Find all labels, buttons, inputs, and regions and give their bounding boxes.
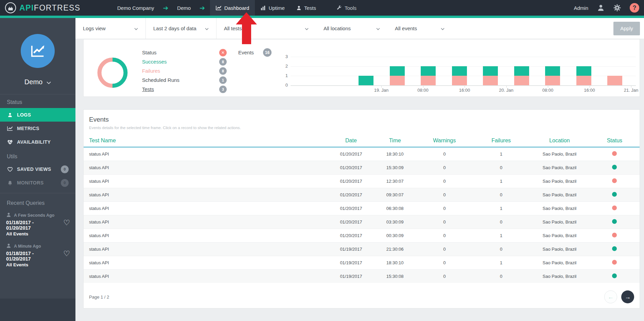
sidebar-item-label: SAVED VIEWS bbox=[17, 166, 51, 172]
y-axis-tick: 3 bbox=[282, 54, 288, 59]
cell-test-name: status API bbox=[84, 215, 328, 229]
favorite-heart-icon[interactable]: ♡ bbox=[63, 218, 70, 227]
recent-query-item[interactable]: A Minute Ago01/18/2017 - 01/20/2017All E… bbox=[0, 240, 75, 271]
nav-tools-menu[interactable]: Tools bbox=[336, 0, 356, 16]
status-dot-fail bbox=[612, 233, 617, 237]
apifortress-logo-icon bbox=[5, 2, 16, 14]
cell-failures: 0 bbox=[473, 161, 529, 175]
cell-time: 03:30:09 bbox=[374, 215, 416, 229]
breadcrumb-project[interactable]: Demo bbox=[177, 5, 191, 11]
recent-query-title: A Minute Ago bbox=[6, 243, 58, 249]
cell-time: 18:30:10 bbox=[374, 147, 416, 161]
breadcrumb-arrow-icon: ➔ bbox=[163, 4, 168, 12]
stacked-bar bbox=[359, 76, 373, 85]
nav-tab-label: Dashboard bbox=[224, 5, 249, 11]
events-select[interactable]: All events bbox=[387, 18, 452, 39]
gear-icon[interactable] bbox=[613, 4, 621, 12]
cell-time: 21:30:06 bbox=[374, 243, 416, 256]
stat-badge: 1 bbox=[219, 76, 227, 84]
favorite-heart-icon[interactable]: ♡ bbox=[63, 249, 70, 258]
events-panel-subtitle: Events details for the selected time fra… bbox=[89, 126, 634, 130]
sidebar-item-monitors[interactable]: MONITORS0 bbox=[0, 176, 75, 190]
events-table-header: Test NameDateTimeWarningsFailuresLocatio… bbox=[84, 134, 640, 147]
x-axis-tick-label: 16:00 bbox=[578, 88, 602, 93]
nav-tab-uptime[interactable]: Uptime bbox=[255, 0, 291, 16]
bar-segment-successes bbox=[545, 66, 560, 76]
previous-page-button[interactable]: ← bbox=[604, 290, 617, 303]
stat-badge-slot: ✕ bbox=[219, 48, 227, 57]
tests-select[interactable]: All tests bbox=[216, 18, 316, 39]
table-row[interactable]: status API01/20/201712:30:0701Sao Paolo,… bbox=[84, 175, 640, 188]
stacked-bar bbox=[576, 66, 591, 85]
status-dot-fail bbox=[612, 178, 617, 183]
breadcrumb: Demo Company ➔ Demo ➔ bbox=[117, 0, 205, 16]
table-row[interactable]: status API01/20/201718:30:1001Sao Paolo,… bbox=[84, 147, 640, 161]
stat-label-tests[interactable]: Tests bbox=[142, 85, 179, 94]
cell-test-name: status API bbox=[84, 270, 328, 283]
recent-query-item[interactable]: A Few Seconds Ago01/18/2017 - 01/20/2017… bbox=[0, 210, 75, 240]
table-row[interactable]: status API01/19/201721:30:0600Sao Paolo,… bbox=[84, 243, 640, 256]
cell-location: Sao Paolo, Brazil bbox=[529, 243, 590, 256]
view-select[interactable]: Logs view bbox=[75, 18, 146, 39]
table-row[interactable]: status API01/20/201703:30:0900Sao Paolo,… bbox=[84, 215, 640, 229]
stat-label-scheduled-runs: Scheduled Runs bbox=[142, 75, 179, 85]
bell-icon bbox=[7, 180, 13, 185]
stat-badge: 8 bbox=[219, 67, 227, 75]
cell-date: 01/20/2017 bbox=[328, 188, 374, 202]
x-axis-tick-label: 08:00 bbox=[411, 88, 435, 93]
cell-time: 15:30:08 bbox=[374, 270, 416, 283]
bar-segment-successes bbox=[359, 76, 373, 85]
cell-test-name: status API bbox=[84, 229, 328, 243]
cell-failures: 1 bbox=[473, 175, 529, 188]
cell-time: 06:30:08 bbox=[374, 202, 416, 215]
recent-queries-list: A Few Seconds Ago01/18/2017 - 01/20/2017… bbox=[0, 210, 75, 271]
tests-select-value: All tests bbox=[224, 25, 242, 31]
next-page-button[interactable]: → bbox=[621, 290, 634, 303]
cell-status bbox=[590, 243, 640, 256]
recent-query-range: 01/18/2017 - 01/20/2017 bbox=[6, 251, 58, 262]
stat-badge-slot: 3 bbox=[219, 85, 227, 94]
cell-location: Sao Paolo, Brazil bbox=[529, 215, 590, 229]
cell-failures: 0 bbox=[473, 215, 529, 229]
recent-queries-header: Recent Queries bbox=[0, 193, 75, 210]
apply-button[interactable]: Apply bbox=[613, 22, 640, 35]
cell-test-name: status API bbox=[84, 147, 328, 161]
cell-time: 18:30:10 bbox=[374, 256, 416, 270]
table-row[interactable]: status API01/20/201700:30:0901Sao Paolo,… bbox=[84, 229, 640, 243]
sidebar-item-logs[interactable]: LOGS bbox=[0, 108, 75, 122]
sidebar-item-metrics[interactable]: METRICS bbox=[0, 122, 75, 135]
cell-warnings: 0 bbox=[416, 215, 473, 229]
sidebar-item-availability[interactable]: AVAILABILITY bbox=[0, 135, 75, 149]
breadcrumb-company[interactable]: Demo Company bbox=[117, 5, 154, 11]
users-icon bbox=[296, 5, 301, 11]
app-logo[interactable]: APIFORTRESS bbox=[5, 0, 81, 16]
stat-label-failures: Failures bbox=[142, 66, 179, 75]
locations-select[interactable]: All locations bbox=[316, 18, 387, 39]
table-row[interactable]: status API01/19/201718:30:1001Sao Paolo,… bbox=[84, 256, 640, 270]
events-table: Test NameDateTimeWarningsFailuresLocatio… bbox=[84, 134, 640, 283]
sidebar-item-saved-views[interactable]: SAVED VIEWS0 bbox=[0, 162, 75, 176]
x-axis-tick-label: 21. Jan bbox=[619, 88, 643, 93]
user-avatar-icon[interactable] bbox=[597, 4, 605, 12]
cell-warnings: 0 bbox=[416, 229, 473, 243]
cell-warnings: 0 bbox=[416, 147, 473, 161]
table-row[interactable]: status API01/19/201715:30:0800Sao Paolo,… bbox=[84, 270, 640, 283]
events-bar-chart: 3210 19. Jan08:0016:0020. Jan08:0016:002… bbox=[282, 39, 636, 97]
project-avatar[interactable] bbox=[21, 34, 55, 68]
cell-status bbox=[590, 202, 640, 215]
cell-failures: 1 bbox=[473, 229, 529, 243]
date-range-select[interactable]: Last 2 days of data bbox=[146, 18, 216, 39]
table-row[interactable]: status API01/20/201715:30:0900Sao Paolo,… bbox=[84, 161, 640, 175]
sidebar-section-status: Status bbox=[0, 94, 75, 108]
nav-tab-tests[interactable]: Tests bbox=[291, 0, 322, 16]
help-icon[interactable]: ? bbox=[630, 3, 639, 13]
cell-location: Sao Paolo, Brazil bbox=[529, 256, 590, 270]
status-dot-pass bbox=[612, 246, 617, 251]
nav-tab-dashboard[interactable]: Dashboard bbox=[210, 0, 255, 16]
table-row[interactable]: status API01/20/201709:30:0700Sao Paolo,… bbox=[84, 188, 640, 202]
project-selector[interactable]: Demo bbox=[24, 78, 51, 86]
user-icon bbox=[6, 212, 11, 218]
table-row[interactable]: status API01/20/201706:30:0801Sao Paolo,… bbox=[84, 202, 640, 215]
summary-panel: StatusSuccessesFailuresScheduled RunsTes… bbox=[83, 39, 640, 97]
cell-location: Sao Paolo, Brazil bbox=[529, 161, 590, 175]
